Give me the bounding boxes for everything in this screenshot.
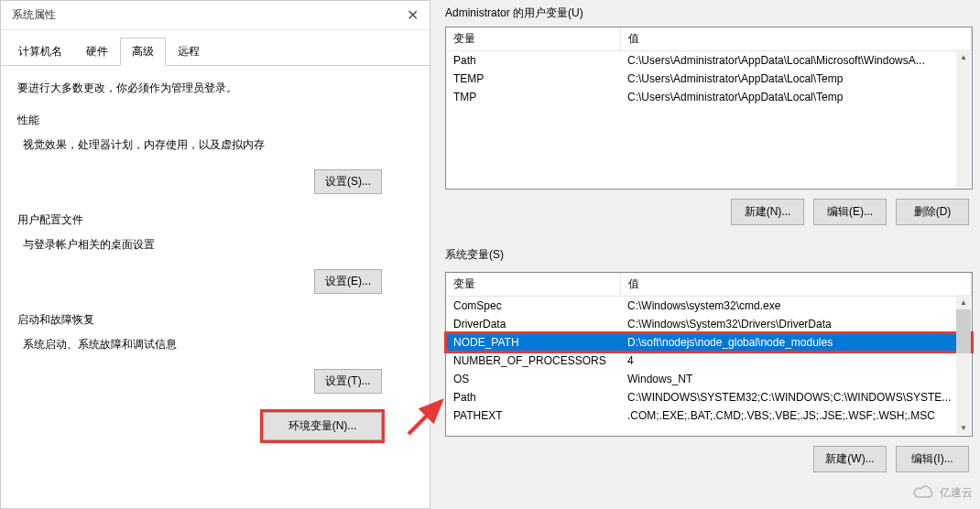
var-value: .COM;.EXE;.BAT;.CMD;.VBS;.VBE;.JS;.JSE;.… [620, 406, 972, 425]
sys-scrollbar[interactable]: ▲ ▼ [956, 295, 971, 435]
table-row[interactable]: ComSpecC:\Windows\system32\cmd.exe [446, 297, 972, 316]
table-row[interactable]: DriverDataC:\Windows\System32\Drivers\Dr… [446, 315, 972, 333]
table-row[interactable]: NODE_PATHD:\soft\nodejs\node_global\node… [446, 333, 972, 352]
var-name: Path [446, 388, 620, 406]
sys-edit-button[interactable]: 编辑(I)... [896, 446, 969, 472]
var-value: C:\Users\Administrator\AppData\Local\Mic… [620, 51, 972, 70]
scroll-up-icon[interactable]: ▲ [956, 49, 971, 64]
table-row[interactable]: PathC:\Users\Administrator\AppData\Local… [446, 51, 972, 70]
admin-note: 要进行大多数更改，你必须作为管理员登录。 [17, 81, 413, 96]
var-name: Path [446, 51, 620, 70]
table-row[interactable]: TEMPC:\Users\Administrator\AppData\Local… [446, 70, 972, 88]
var-value: C:\Windows\system32\cmd.exe [620, 297, 972, 316]
var-value: C:\WINDOWS\SYSTEM32;C:\WINDOWS;C:\WINDOW… [620, 388, 972, 406]
user-vars-table[interactable]: 变量 值 PathC:\Users\Administrator\AppData\… [445, 27, 973, 190]
user-header-name[interactable]: 变量 [446, 27, 620, 51]
user-delete-button[interactable]: 删除(D) [896, 199, 969, 225]
startup-section: 启动和故障恢复 系统启动、系统故障和调试信息 设置(T)... [17, 312, 413, 394]
titlebar: 系统属性 ✕ [1, 1, 430, 30]
close-icon[interactable]: ✕ [407, 6, 419, 24]
user-scrollbar[interactable]: ▲ [956, 49, 971, 188]
performance-desc: 视觉效果，处理器计划，内存使用，以及虚拟内存 [23, 137, 413, 153]
watermark: 亿速云 [912, 483, 973, 502]
user-profile-desc: 与登录帐户相关的桌面设置 [23, 237, 413, 253]
var-value: D:\soft\nodejs\node_global\node_modules [620, 333, 972, 352]
sys-vars-table[interactable]: 变量 值 ComSpecC:\Windows\system32\cmd.exeD… [445, 272, 973, 437]
performance-settings-button[interactable]: 设置(S)... [314, 169, 382, 194]
var-value: C:\Windows\System32\Drivers\DriverData [620, 315, 972, 333]
performance-section: 性能 视觉效果，处理器计划，内存使用，以及虚拟内存 设置(S)... [17, 113, 413, 194]
tab-remote[interactable]: 远程 [166, 38, 212, 65]
scroll-up-icon[interactable]: ▲ [956, 295, 971, 309]
sys-vars-actions: 新建(W)... 编辑(I)... [438, 437, 980, 478]
user-new-button[interactable]: 新建(N)... [731, 199, 804, 225]
sys-header-value[interactable]: 值 [620, 273, 972, 297]
user-profile-section: 用户配置文件 与登录帐户相关的桌面设置 设置(E)... [17, 212, 413, 294]
table-row[interactable]: PATHEXT.COM;.EXE;.BAT;.CMD;.VBS;.VBE;.JS… [446, 406, 972, 425]
user-header-value[interactable]: 值 [620, 27, 972, 51]
table-row[interactable]: OSWindows_NT [446, 370, 972, 388]
tab-advanced[interactable]: 高级 [120, 38, 166, 66]
scroll-down-icon[interactable]: ▼ [956, 420, 971, 435]
tab-hardware[interactable]: 硬件 [74, 38, 120, 65]
var-name: PATHEXT [446, 406, 620, 425]
var-name: TMP [446, 88, 620, 106]
var-value: Windows_NT [620, 370, 972, 388]
sys-vars-label: 系统变量(S) [438, 242, 980, 268]
scroll-thumb[interactable] [956, 309, 971, 353]
user-vars-label: Administrator 的用户变量(U) [438, 0, 980, 27]
startup-desc: 系统启动、系统故障和调试信息 [23, 337, 413, 352]
user-profile-settings-button[interactable]: 设置(E)... [314, 269, 382, 294]
var-name: NODE_PATH [446, 333, 620, 352]
user-profile-title: 用户配置文件 [17, 212, 413, 228]
var-name: TEMP [446, 70, 620, 88]
watermark-text: 亿速云 [940, 485, 973, 501]
system-properties-dialog: 系统属性 ✕ 计算机名 硬件 高级 远程 要进行大多数更改，你必须作为管理员登录… [0, 0, 430, 509]
dialog-title: 系统属性 [12, 7, 56, 23]
cloud-icon [912, 483, 936, 502]
startup-settings-button[interactable]: 设置(T)... [314, 369, 382, 394]
advanced-tab-panel: 要进行大多数更改，你必须作为管理员登录。 性能 视觉效果，处理器计划，内存使用，… [1, 66, 430, 455]
var-name: DriverData [446, 315, 620, 333]
user-edit-button[interactable]: 编辑(E)... [813, 199, 887, 225]
var-name: OS [446, 370, 620, 388]
sys-new-button[interactable]: 新建(W)... [813, 446, 887, 472]
var-name: ComSpec [446, 297, 620, 316]
sys-header-name[interactable]: 变量 [446, 273, 620, 297]
var-value: C:\Users\Administrator\AppData\Local\Tem… [620, 70, 972, 88]
var-value: C:\Users\Administrator\AppData\Local\Tem… [620, 88, 972, 106]
startup-title: 启动和故障恢复 [17, 312, 413, 328]
performance-title: 性能 [17, 113, 413, 128]
table-row[interactable]: TMPC:\Users\Administrator\AppData\Local\… [446, 88, 972, 106]
table-row[interactable]: PathC:\WINDOWS\SYSTEM32;C:\WINDOWS;C:\WI… [446, 388, 972, 406]
environment-variables-button[interactable]: 环境变量(N)... [263, 412, 382, 440]
user-vars-actions: 新建(N)... 编辑(E)... 删除(D) [438, 190, 980, 231]
tab-strip: 计算机名 硬件 高级 远程 [1, 38, 430, 66]
var-value: 4 [620, 352, 972, 370]
environment-variables-dialog: Administrator 的用户变量(U) 变量 值 PathC:\Users… [438, 0, 980, 509]
tab-computer-name[interactable]: 计算机名 [6, 38, 74, 65]
table-row[interactable]: NUMBER_OF_PROCESSORS4 [446, 352, 972, 370]
var-name: NUMBER_OF_PROCESSORS [446, 352, 620, 370]
